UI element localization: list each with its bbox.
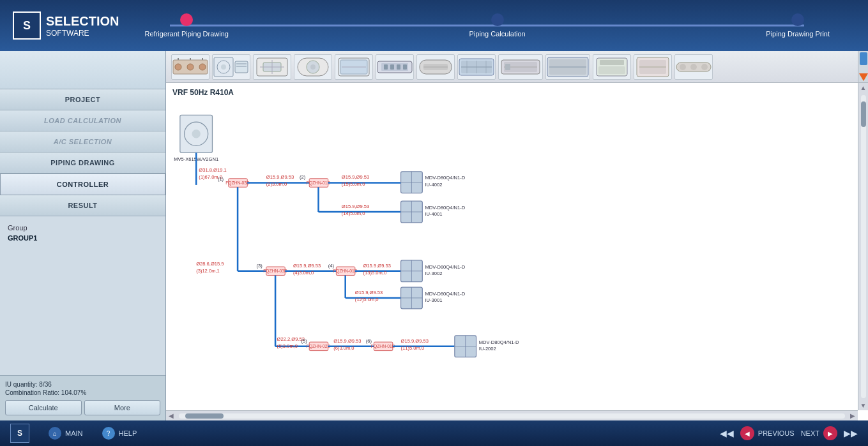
progress-steps: Refrigerant Piping Drawing Piping Calcul… [144,13,830,38]
svg-text:(4): (4) [328,263,335,269]
step-label-3: Piping Drawing Print [766,30,830,38]
step-3[interactable]: Piping Drawing Print [766,13,830,38]
sidebar-bottom: IU quantity: 8/36 Combination Ratio: 104… [0,375,165,420]
svg-text:Ø15.9,Ø9.53: Ø15.9,Ø9.53 [342,204,369,209]
unit-console[interactable] [593,54,631,80]
svg-text:FQZHN-01D: FQZHN-01D [333,269,358,274]
svg-text:MDV-D80Q4/N1-D: MDV-D80Q4/N1-D [425,205,465,211]
svg-point-1 [175,64,181,70]
step-2[interactable]: Piping Calculation [469,13,526,38]
units-toolbar [166,51,868,83]
piping-diagram: MV5-X615W/V2GN1 Ø31.8,Ø19.1 (1)67.0m,0 (… [169,99,858,411]
svg-text:MDV-D80Q4/N1-D: MDV-D80Q4/N1-D [425,175,465,181]
svg-text:MDV-D80Q4/N1-D: MDV-D80Q4/N1-D [479,339,519,345]
unit-floor[interactable] [634,54,672,80]
nav-piping-drawing[interactable]: PIPING DRAWING [0,152,165,174]
svg-text:(2)3.0m,0: (2)3.0m,0 [266,181,287,187]
sidebar: PROJECT LOAD CALCULATION A/C SELECTION P… [0,51,166,420]
progress-area: Refrigerant Piping Drawing Piping Calcul… [119,7,855,44]
sidebar-top [0,51,165,89]
unit-cassette-round[interactable] [294,54,332,80]
svg-text:Ø15.9,Ø9.53: Ø15.9,Ø9.53 [363,263,391,269]
logo-area: S SELECTION SOFTWARE [13,11,119,40]
more-button[interactable]: More [84,400,161,415]
nav-result[interactable]: RESULT [0,195,165,216]
unit-outdoor[interactable] [212,54,250,80]
logo-line1: SELECTION [46,13,119,29]
bottom-logo: S [10,424,29,443]
horizontal-scrollbar[interactable]: ◀ ▶ [166,410,858,420]
step-label-1: Refrigerant Piping Drawing [144,30,228,38]
h-scroll-left-arrow[interactable]: ◀ [166,412,176,419]
next-button[interactable]: NEXT ▶ [801,426,837,440]
svg-text:(5)3.0m,0: (5)3.0m,0 [277,343,298,349]
unit-wall-1[interactable] [416,54,455,80]
step-label-2: Piping Calculation [469,30,526,38]
v-scroll-thumb[interactable] [861,101,866,127]
svg-text:FQZHN-01D: FQZHN-01D [307,181,331,186]
toolbar-scroll-arrow-down[interactable] [859,73,868,81]
svg-rect-26 [390,64,394,70]
next-label: NEXT [801,429,819,437]
h-scroll-right-arrow[interactable]: ▶ [848,412,858,419]
unit-wall-2[interactable] [498,54,543,80]
svg-rect-41 [505,64,510,70]
bottom-right-nav: ◀◀ ◀ PREVIOUS NEXT ▶ ▶▶ [720,426,858,440]
svg-point-56 [192,130,200,138]
h-scroll-thumb[interactable] [185,413,224,419]
svg-text:Ø15.9,Ø9.53: Ø15.9,Ø9.53 [266,174,294,180]
nav-controller[interactable]: CONTROLLER [0,174,165,195]
top-bar: S SELECTION SOFTWARE Refrigerant Piping … [0,0,868,51]
unit-branch-joint[interactable] [171,54,209,80]
svg-rect-10 [235,61,248,73]
svg-text:MDV-D80Q4/N1-D: MDV-D80Q4/N1-D [425,291,465,297]
unit-cassette-2[interactable] [335,54,373,80]
svg-point-52 [680,64,686,70]
svg-rect-47 [600,60,624,65]
unit-ducted-2[interactable] [457,54,496,80]
svg-text:MDV-D80Q4/N1-D: MDV-D80Q4/N1-D [425,264,465,270]
group-area: Group GROUP1 [0,216,165,375]
logo-icon: S [13,11,41,40]
unit-cassette-1[interactable] [253,54,291,80]
toolbar-vscroll[interactable] [858,51,868,82]
drawing-canvas: VRF 50Hz R410A MV5-X615W/V2GN1 Ø31.8,Ø19… [166,83,868,420]
previous-button[interactable]: ◀ PREVIOUS [740,426,795,440]
skip-to-end-button[interactable]: ▶▶ [844,428,858,438]
svg-text:(4)3.0m,0: (4)3.0m,0 [293,270,314,276]
v-scroll-up-arrow[interactable]: ▲ [860,83,867,93]
nav-load-calc[interactable]: LOAD CALCULATION [0,110,165,131]
step-1[interactable]: Refrigerant Piping Drawing [144,13,228,38]
previous-circle: ◀ [740,426,754,440]
step-circle-1 [180,13,193,26]
svg-text:Ø31.8,Ø19.1: Ø31.8,Ø19.1 [199,167,226,173]
calculate-button[interactable]: Calculate [5,400,82,415]
unit-slim-duct[interactable] [674,54,713,80]
svg-text:FQZHN-03D: FQZHN-03D [263,269,287,274]
unit-ducted-3[interactable] [545,54,590,80]
svg-text:(6): (6) [366,338,372,344]
svg-text:(14)5.0m,0: (14)5.0m,0 [342,211,365,216]
unit-ducted-1[interactable] [376,54,414,80]
v-scroll-down-arrow[interactable]: ▼ [860,401,867,410]
svg-text:Ø28.6,Ø15.9: Ø28.6,Ø15.9 [196,261,224,267]
step-circle-2 [491,13,504,26]
svg-point-19 [310,64,316,70]
svg-text:(13)5.0m,0: (13)5.0m,0 [363,270,387,276]
svg-text:IU-4001: IU-4001 [425,211,442,217]
toolbar-scroll-thumb[interactable] [860,52,867,65]
help-label: HELP [119,429,137,437]
svg-text:Ø15.9,Ø9.53: Ø15.9,Ø9.53 [333,338,361,344]
nav-help[interactable]: ? HELP [102,427,137,440]
nav-project[interactable]: PROJECT [0,89,165,110]
svg-point-2 [187,64,194,70]
nav-ac-selection[interactable]: A/C SELECTION [0,131,165,152]
skip-end-icon: ▶▶ [844,428,858,438]
svg-rect-28 [403,64,407,70]
svg-text:FQZHN-02D: FQZHN-02D [307,344,331,349]
skip-to-start-button[interactable]: ◀◀ [720,428,734,438]
nav-main[interactable]: ⌂ MAIN [49,427,83,440]
svg-text:Ø15.9,Ø9.53: Ø15.9,Ø9.53 [401,338,429,344]
vertical-scrollbar[interactable]: ▲ ▼ [858,83,868,410]
next-circle: ▶ [823,426,837,440]
